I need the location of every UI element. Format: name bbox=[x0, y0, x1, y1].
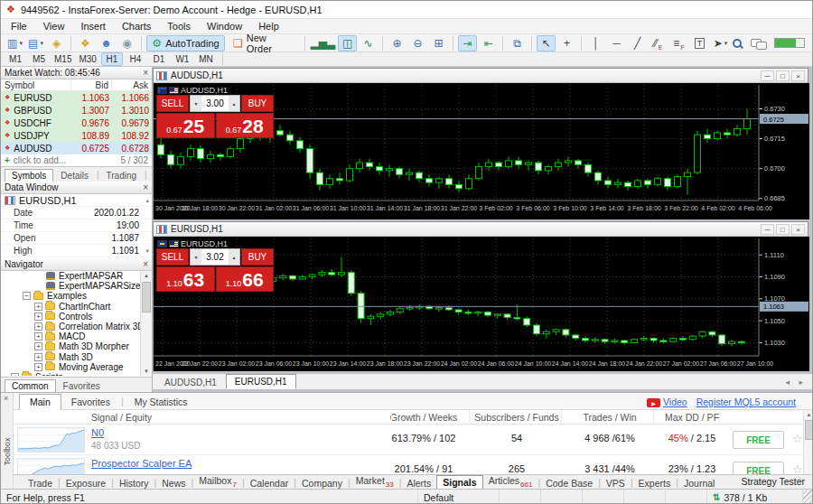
signals-tab-my-statistics[interactable]: My Statistics bbox=[125, 395, 198, 409]
volume-value[interactable]: 3.02 bbox=[201, 249, 229, 265]
toolbox-tab-history[interactable]: History bbox=[114, 477, 154, 490]
volume-up-icon[interactable]: ▴ bbox=[229, 96, 239, 111]
timeframe-h4[interactable]: H4 bbox=[125, 52, 146, 66]
profiles-dropdown-icon[interactable]: ▾ bbox=[40, 40, 43, 47]
volume-up-icon[interactable]: ▴ bbox=[229, 249, 239, 265]
chart-shift-button[interactable]: ⇤ bbox=[479, 35, 498, 51]
column-ask[interactable]: Ask bbox=[112, 79, 152, 90]
sell-button[interactable]: SELL bbox=[156, 248, 189, 266]
nav-item-controls[interactable]: +Controls bbox=[1, 312, 140, 322]
account-button[interactable]: ☻ bbox=[97, 35, 116, 51]
status-profile[interactable]: Default bbox=[418, 490, 500, 504]
buy-price[interactable]: 0.6728 bbox=[216, 113, 275, 138]
sell-price[interactable]: 1.1063 bbox=[156, 266, 215, 292]
minimize-chart-icon[interactable]: ─ bbox=[761, 70, 774, 81]
tab-trading[interactable]: Trading bbox=[100, 170, 144, 182]
menu-insert[interactable]: Insert bbox=[72, 19, 114, 33]
line-chart-type-button[interactable]: ∿ bbox=[359, 35, 378, 51]
market-row-usdchf[interactable]: ❖USDCHF0.96760.9679 bbox=[1, 117, 152, 129]
vertical-line-button[interactable]: │ bbox=[586, 35, 605, 51]
candle-chart-type-button[interactable]: ◫ bbox=[338, 35, 357, 51]
strategy-tester-label[interactable]: Strategy Tester bbox=[742, 476, 813, 490]
minimize-chart-icon[interactable]: ─ bbox=[761, 224, 774, 235]
close-icon[interactable]: × bbox=[143, 183, 148, 192]
volume-value[interactable]: 3.00 bbox=[201, 96, 229, 111]
new-order-button[interactable]: ❏New Order bbox=[227, 35, 300, 51]
tab-symbols[interactable]: Symbols bbox=[5, 169, 53, 182]
fibonacci-button[interactable]: ≡F bbox=[669, 35, 688, 51]
timeframe-m1[interactable]: M1 bbox=[5, 52, 26, 66]
column-symbol[interactable]: Symbol bbox=[1, 79, 71, 90]
cursor-button[interactable]: ↖ bbox=[537, 35, 556, 51]
signal-name-link[interactable]: N0 bbox=[91, 427, 104, 438]
scroll-up-icon[interactable]: ▴ bbox=[804, 411, 813, 418]
search-icon[interactable] bbox=[731, 37, 743, 50]
volume-stepper[interactable]: ▾3.00▴ bbox=[190, 95, 240, 112]
chart-tab-eurusd-h1[interactable]: EURUSD,H1 bbox=[226, 374, 296, 389]
signal-name-link[interactable]: Prospector Scalper EA bbox=[91, 458, 192, 469]
bar-chart-type-button[interactable]: ▂▅▃ bbox=[310, 35, 336, 51]
nav-item-math-3d-morpher[interactable]: +Math 3D Morpher bbox=[1, 341, 140, 351]
favorite-star-icon[interactable]: ☆ bbox=[792, 462, 803, 474]
crosshair-button[interactable]: + bbox=[557, 35, 576, 51]
menu-charts[interactable]: Charts bbox=[114, 19, 159, 33]
chart-tab-scroll-arrows[interactable]: ◂ ▸ bbox=[785, 378, 813, 389]
autotrading-button[interactable]: ⚙AutoTrading bbox=[146, 35, 225, 51]
add-symbol-label[interactable]: click to add... bbox=[14, 155, 66, 165]
toolbox-tab-calendar[interactable]: Calendar bbox=[245, 477, 294, 490]
buy-button[interactable]: BUY bbox=[241, 248, 274, 266]
close-chart-icon[interactable]: × bbox=[791, 70, 805, 81]
column-signal-equity[interactable]: Signal / Equity bbox=[91, 412, 152, 423]
toolbox-tab-alerts[interactable]: Alerts bbox=[401, 477, 436, 490]
timeframe-m15[interactable]: M15 bbox=[51, 52, 74, 66]
objects-arrow-dropdown-icon[interactable]: ▾ bbox=[724, 40, 728, 47]
market-row-eurusd[interactable]: ❖EURUSD1.10631.1066 bbox=[1, 91, 152, 104]
close-icon[interactable]: × bbox=[4, 394, 8, 403]
profiles-button[interactable]: ▤▾ bbox=[26, 35, 45, 51]
free-price-button[interactable]: FREE bbox=[733, 431, 784, 449]
menu-file[interactable]: File bbox=[3, 19, 35, 33]
expand-icon[interactable]: + bbox=[34, 353, 42, 361]
expand-icon[interactable]: + bbox=[34, 342, 42, 350]
tab-common[interactable]: Common bbox=[5, 379, 56, 392]
toolbox-tab-company[interactable]: Company bbox=[296, 477, 348, 490]
expand-icon[interactable]: + bbox=[34, 363, 42, 371]
toolbox-tab-vps[interactable]: VPS bbox=[601, 477, 631, 490]
auto-scroll-button[interactable]: ⇥ bbox=[458, 35, 477, 51]
objects-arrow-button[interactable]: ➤▾ bbox=[711, 35, 730, 51]
chart-tab-audusd-h1[interactable]: AUDUSD,H1 bbox=[156, 376, 225, 389]
metaeditor-button[interactable]: ◈ bbox=[47, 35, 66, 51]
expand-icon[interactable]: + bbox=[34, 322, 42, 331]
signals-tab-main[interactable]: Main bbox=[19, 394, 61, 410]
signal-row-prospector-scalper-ea[interactable]: Prospector Scalper EA201.54% / 912653 43… bbox=[14, 455, 803, 474]
maximize-chart-icon[interactable]: □ bbox=[776, 70, 790, 81]
scroll-up-icon[interactable]: ▴ bbox=[145, 197, 149, 204]
signals-tab-favorites[interactable]: Favorites bbox=[61, 395, 120, 409]
buy-price[interactable]: 1.1066 bbox=[216, 266, 275, 292]
scrollbar-thumb[interactable] bbox=[142, 282, 151, 313]
column-max-dd-pf[interactable]: Max DD / PF bbox=[665, 412, 719, 423]
chart-window-titlebar[interactable]: AUDUSD,H1─□× bbox=[154, 69, 808, 83]
column-bid[interactable]: Bid bbox=[71, 79, 112, 90]
toolbox-tab-exposure[interactable]: Exposure bbox=[61, 477, 111, 490]
nav-item-chartinchart[interactable]: +ChartInChart bbox=[1, 302, 140, 312]
toolbox-tab-news[interactable]: News bbox=[156, 477, 191, 490]
text-button[interactable]: T bbox=[690, 35, 709, 51]
toolbox-tab-articles[interactable]: Articles661 bbox=[483, 474, 538, 490]
menu-tools[interactable]: Tools bbox=[159, 19, 199, 33]
timeframe-m5[interactable]: M5 bbox=[28, 52, 50, 66]
toolbox-tab-journal[interactable]: Journal bbox=[678, 477, 720, 490]
expand-icon[interactable]: + bbox=[34, 303, 42, 311]
volume-down-icon[interactable]: ▾ bbox=[191, 96, 201, 111]
trendline-button[interactable]: ╱ bbox=[628, 35, 647, 51]
volume-stepper[interactable]: ▾3.02▴ bbox=[190, 248, 240, 266]
new-window-button[interactable]: ⧉ bbox=[508, 35, 527, 51]
deposit-button[interactable]: ❖ bbox=[76, 35, 95, 51]
toolbox-tab-trade[interactable]: Trade bbox=[23, 477, 58, 490]
menu-window[interactable]: Window bbox=[199, 19, 250, 33]
column-growth-weeks[interactable]: Growth / Weeks bbox=[390, 412, 458, 423]
close-icon[interactable]: × bbox=[143, 69, 148, 78]
add-symbol-icon[interactable]: + bbox=[5, 155, 10, 165]
collapse-icon[interactable]: − bbox=[23, 292, 31, 300]
scroll-down-icon[interactable]: ▾ bbox=[141, 368, 152, 375]
